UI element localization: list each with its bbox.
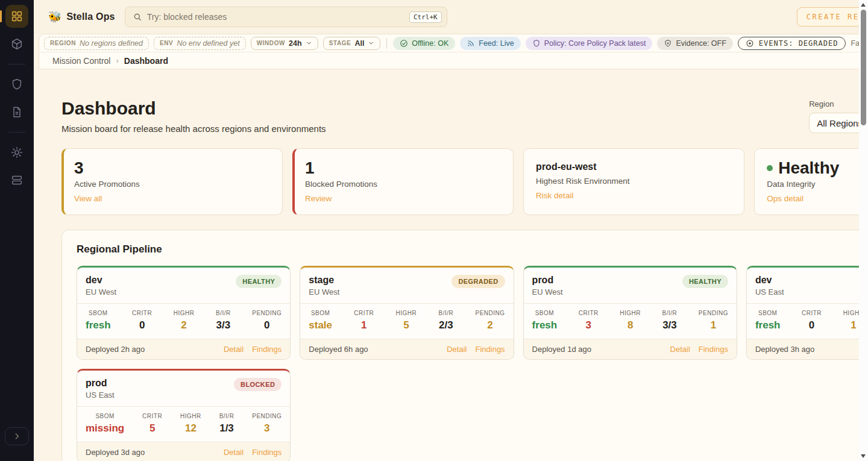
create-release-button[interactable]: CREATE RELEASE: [797, 7, 868, 27]
findings-link[interactable]: Findings: [252, 448, 281, 457]
ops-detail-link[interactable]: Ops detail: [767, 194, 868, 203]
env-region: US East: [755, 287, 784, 296]
page-title: Dashboard: [61, 98, 326, 119]
scrollbar-thumb[interactable]: [861, 10, 866, 125]
review-link[interactable]: Review: [305, 194, 501, 203]
search-icon: [133, 12, 142, 22]
deployed-time: Deployed 3h ago: [755, 345, 814, 354]
findings-link[interactable]: Findings: [699, 345, 728, 354]
stat-label: PENDING: [699, 310, 728, 316]
stage-chip-label: STAGE: [329, 40, 351, 46]
offline-status-badge: Offline: OK: [393, 37, 455, 50]
findings-link[interactable]: Findings: [475, 345, 505, 354]
stat-label: SBOM: [86, 413, 124, 419]
app-logo[interactable]: 🐝 Stella Ops: [48, 10, 115, 24]
stat-value: 0: [252, 319, 281, 331]
pipeline-card-dev-eu-west: dev EU West HEALTHY SBOMfresh CRITR0 HIG…: [77, 266, 291, 360]
summary-value: 3: [74, 159, 270, 177]
sidebar-item-settings[interactable]: [5, 141, 28, 164]
stat-value: fresh: [755, 319, 781, 331]
stage-filter-chip[interactable]: STAGE All: [323, 37, 381, 50]
stat-label: SBOM: [86, 310, 111, 316]
stat-label: B/I/R: [216, 310, 231, 316]
window-chip-value: 24h: [289, 39, 302, 48]
stat-label: CRITR: [802, 310, 822, 316]
rss-icon: [467, 39, 475, 48]
global-search[interactable]: Ctrl+K: [125, 7, 447, 27]
stat-value: 5: [396, 319, 417, 331]
stat-label: PENDING: [252, 310, 281, 316]
stat-label: B/I/R: [439, 310, 454, 316]
risk-detail-link[interactable]: Risk detail: [536, 191, 732, 200]
summary-card-blocked-promotions: 1 Blocked Promotions Review: [292, 148, 514, 215]
summary-value: 1: [305, 159, 501, 177]
chevron-right-icon: [13, 432, 21, 441]
sidebar-item-security[interactable]: [5, 73, 28, 96]
feed-status-text: Feed: Live: [479, 39, 514, 48]
env-region: EU West: [532, 287, 563, 296]
events-status-button[interactable]: EVENTS: DEGRADED: [738, 37, 846, 50]
gear-icon: [10, 146, 24, 159]
bee-logo-icon: 🐝: [48, 10, 61, 24]
package-icon: [10, 37, 24, 51]
stat-value: 2/3: [439, 319, 454, 331]
breadcrumb-mission-control[interactable]: Mission Control: [52, 56, 110, 66]
breadcrumb-current: Dashboard: [124, 56, 168, 66]
view-all-link[interactable]: View all: [74, 194, 270, 203]
events-status-text: EVENTS: DEGRADED: [759, 39, 838, 48]
shield-icon: [10, 78, 24, 91]
status-badge: BLOCKED: [234, 378, 281, 391]
stat-label: B/I/R: [219, 413, 234, 419]
env-name: prod: [86, 378, 115, 389]
sidebar-item-documents[interactable]: [5, 101, 28, 124]
stat-label: CRITR: [354, 310, 374, 316]
env-region: EU West: [86, 287, 116, 296]
policy-status-text: Policy: Core Policy Pack latest: [544, 39, 646, 48]
region-filter-chip[interactable]: REGION No regions defined: [44, 37, 149, 50]
env-region: US East: [86, 390, 115, 400]
shield-x-icon: [664, 39, 672, 48]
evidence-status-badge: Evidence: OFF: [657, 37, 732, 50]
detail-link[interactable]: Detail: [670, 345, 690, 354]
detail-link[interactable]: Detail: [224, 448, 244, 457]
sidebar-expand-button[interactable]: [5, 427, 29, 445]
chevron-down-icon: [306, 40, 312, 46]
keyboard-shortcut-badge: Ctrl+K: [409, 11, 442, 23]
context-filter-bar: REGION No regions defined ENV No env def…: [39, 34, 868, 52]
stat-value: 12: [180, 422, 201, 434]
sidebar-item-dashboard[interactable]: [5, 5, 28, 28]
stage-chip-value: All: [354, 39, 364, 48]
stat-value: fresh: [532, 319, 558, 331]
stat-value: 2: [174, 319, 195, 331]
scroll-down-arrow-icon[interactable]: [861, 454, 866, 458]
dashboard-grid-icon: [10, 10, 24, 23]
stat-label: HIGHR: [174, 310, 195, 316]
shield-icon: [532, 39, 541, 48]
sidebar-item-infrastructure[interactable]: [5, 169, 28, 192]
offline-status-text: Offline: OK: [412, 39, 448, 48]
pipeline-card-dev-us-east: dev US East HEALTHY SBOMfresh CRITR0 HIG…: [746, 266, 868, 360]
stat-value: fresh: [86, 319, 111, 331]
regional-pipeline-section: Regional Pipeline All environments dev E…: [61, 230, 868, 461]
policy-status-badge: Policy: Core Policy Pack latest: [526, 37, 653, 50]
filter-divider: [386, 38, 387, 49]
findings-link[interactable]: Findings: [252, 345, 281, 354]
evidence-status-text: Evidence: OFF: [676, 39, 726, 48]
search-input[interactable]: [147, 12, 404, 22]
detail-link[interactable]: Detail: [224, 345, 244, 354]
detail-link[interactable]: Detail: [447, 345, 467, 354]
summary-label: Blocked Promotions: [305, 180, 501, 189]
env-region: EU West: [309, 287, 339, 296]
scroll-up-arrow-icon[interactable]: [861, 3, 866, 7]
env-filter-chip[interactable]: ENV No env defined yet: [154, 37, 246, 50]
summary-value: Healthy: [767, 159, 868, 177]
stat-value: 3/3: [216, 319, 231, 331]
stat-value: 1/3: [219, 422, 234, 434]
stat-value: 3: [252, 422, 281, 434]
stat-label: HIGHR: [396, 310, 417, 316]
window-filter-chip[interactable]: WINDOW 24h: [251, 37, 318, 50]
sidebar-item-releases[interactable]: [5, 33, 28, 55]
context-panel: REGION No regions defined ENV No env def…: [39, 34, 868, 69]
stat-label: SBOM: [309, 310, 332, 316]
stat-label: HIGHR: [180, 413, 201, 419]
